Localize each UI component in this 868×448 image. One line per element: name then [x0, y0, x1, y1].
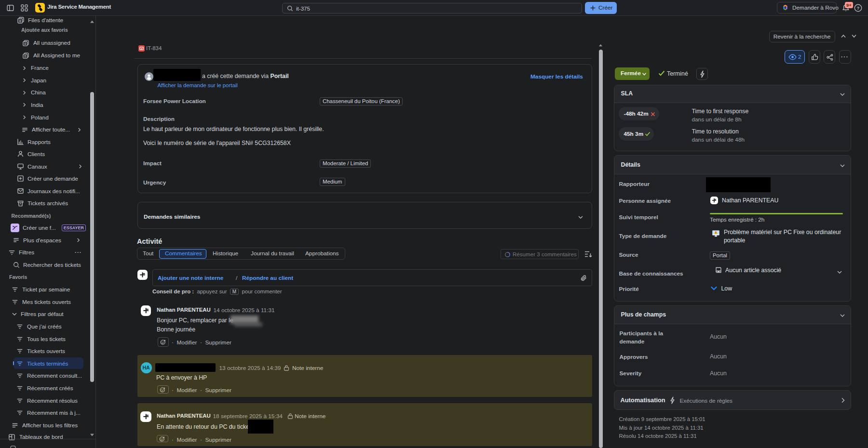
svg-text:?: ? — [857, 5, 860, 11]
